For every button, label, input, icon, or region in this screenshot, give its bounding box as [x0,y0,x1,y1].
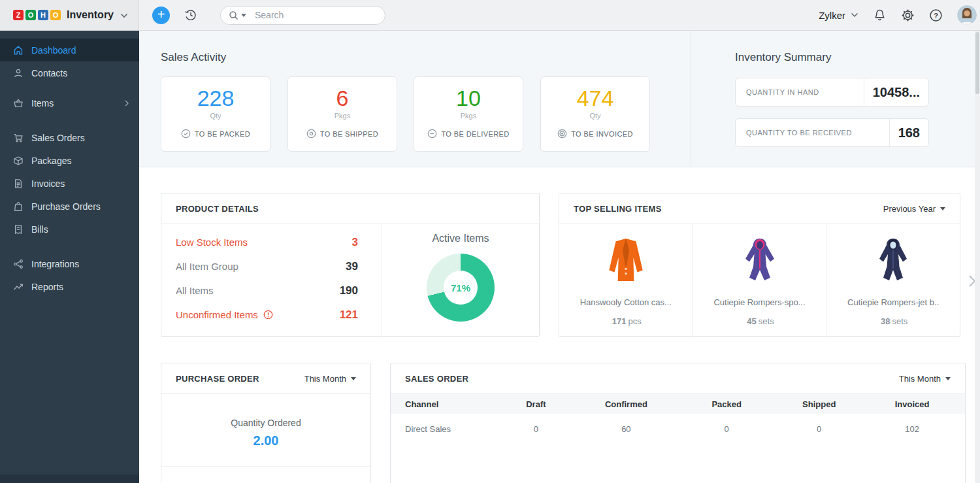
trend-chart-icon [13,282,24,292]
metric-label: Quantity Ordered [161,418,370,428]
row-label[interactable]: All Items [176,285,214,296]
page-scrollbar[interactable] [975,31,980,483]
user-avatar[interactable] [957,5,977,25]
metric-label-row: TO BE PACKED [161,129,270,139]
basket-icon [13,98,24,108]
metric-value: 6 [288,86,397,111]
inventory-summary-row-to-be-received[interactable]: QUANTITY TO BE RECEIVED 168 [735,118,929,147]
card-title: PURCHASE ORDER [176,374,259,384]
metric-value: 474 [541,86,649,111]
sales-order-header: SALES ORDER This Month [391,363,965,394]
top-bar-right: Zylker ? [819,5,977,25]
period-value: This Month [304,374,346,384]
purchase-order-body: Quantity Ordered 2.00 [161,394,370,467]
metric-label-row: TO BE DELIVERED [414,129,523,139]
sidebar-item-invoices[interactable]: Invoices [0,172,139,195]
inventory-summary-row-in-hand[interactable]: QUANTITY IN HAND 10458... [735,78,929,107]
table-cell-packed: 0 [674,424,779,434]
sidebar-item-dashboard[interactable]: Dashboard [0,39,139,61]
sidebar-footer [0,475,139,483]
product-qty: 171pcs [610,313,642,327]
sidebar-item-integrations[interactable]: Integrations [0,252,139,275]
product-qty: 45sets [745,313,774,327]
table-cell-confirmed: 60 [578,424,675,434]
person-icon [13,68,24,78]
card-title: TOP SELLING ITEMS [574,204,662,214]
metric-label: TO BE SHIPPED [320,130,378,138]
product-details-row-unconfirmed[interactable]: Unconfirmed Items 121 [176,303,358,327]
search-icon[interactable] [229,10,246,21]
recent-history-icon[interactable] [184,8,198,22]
sales-activity-card-to-be-shipped[interactable]: 6 Pkgs TO BE SHIPPED [287,76,397,152]
top-selling-item-2[interactable]: Cutiepie Rompers-spo... 45sets [693,224,827,337]
purchase-order-period-select[interactable]: This Month [304,374,356,384]
logo-letter-h: H [38,10,48,20]
hero-divider [691,31,691,167]
sidebar-item-purchase-orders[interactable]: Purchase Orders [0,195,139,218]
donut-center-label: 71% [444,271,478,305]
caret-down-icon [945,377,951,380]
table-cell-shipped: 0 [779,424,859,434]
quick-create-button[interactable]: + [152,7,170,24]
scrollbar-thumb[interactable] [975,32,979,94]
sales-order-card: SALES ORDER This Month Channel Draft Con… [390,363,966,483]
sidebar-item-packages[interactable]: Packages [0,149,139,172]
column-header: Confirmed [578,399,675,409]
sidebar-item-sales-orders[interactable]: Sales Orders [0,126,139,149]
sidebar-item-label: Packages [31,156,71,166]
settings-gear-icon[interactable] [901,8,915,22]
card-title: SALES ORDER [405,374,468,384]
search-scope-caret-icon[interactable] [241,14,246,17]
sidebar-item-label: Reports [31,282,63,292]
product-name: Hanswooly Cotton cas... [580,297,672,307]
sidebar-item-label: Contacts [31,68,67,78]
top-bar: Z O H O Inventory + Zylker [0,0,980,31]
metric-value: 10 [414,86,523,111]
sidebar-item-label: Items [31,98,54,108]
column-header: Channel [391,399,494,409]
purchase-order-header: PURCHASE ORDER This Month [161,363,370,394]
top-bar-main: + Zylker [139,0,980,30]
inventory-row-value: 10458... [864,78,928,106]
sidebar-item-bills[interactable]: Bills [0,218,139,241]
row-label-with-warning[interactable]: Unconfirmed Items [176,309,273,320]
metric-unit: Qty [161,112,270,120]
notifications-bell-icon[interactable] [873,8,887,22]
metric-label: TO BE INVOICED [571,130,633,138]
product-details-row-all-items[interactable]: All Items 190 [176,278,358,303]
sidebar-item-items[interactable]: Items [0,92,139,114]
sales-activity-card-to-be-packed[interactable]: 228 Qty TO BE PACKED [161,76,270,152]
product-details-row-low-stock[interactable]: Low Stock Items 3 [176,230,358,254]
sales-activity-card-to-be-invoiced[interactable]: 474 Qty TO BE INVOICED [540,76,650,152]
qty-unit: sets [892,316,907,326]
metric-label: TO BE DELIVERED [441,130,509,138]
row-value: 190 [340,284,358,297]
product-details-row-all-item-group[interactable]: All Item Group 39 [176,254,358,278]
row-label: Unconfirmed Items [176,309,258,320]
org-switcher[interactable]: Zylker [819,10,858,21]
row-label[interactable]: All Item Group [176,261,238,272]
logo-letter-z: Z [13,10,24,20]
product-name: Inventory [67,9,114,21]
package-icon [13,156,24,166]
active-items-chart-panel: Active Items 71% [382,224,539,337]
help-icon[interactable]: ? [929,8,943,22]
sidebar-item-reports[interactable]: Reports [0,275,139,298]
top-selling-header: TOP SELLING ITEMS Previous Year [559,193,960,224]
inventory-row-value: 168 [889,119,928,146]
row-label[interactable]: Low Stock Items [176,237,248,248]
search-container [220,6,385,25]
app-logo[interactable]: Z O H O Inventory [0,0,139,30]
sales-order-period-select[interactable]: This Month [899,374,951,384]
top-selling-item-3[interactable]: Cutiepie Rompers-jet b.. 38sets [826,224,960,337]
qty-value: 171 [612,316,627,326]
svg-text:?: ? [934,11,938,19]
sidebar-item-contacts[interactable]: Contacts [0,61,139,84]
metric-value: 2.00 [161,433,370,448]
product-details-card: PRODUCT DETAILS Low Stock Items 3 All It… [161,193,540,337]
product-details-header: PRODUCT DETAILS [161,193,539,224]
sales-activity-card-to-be-delivered[interactable]: 10 Pkgs TO BE DELIVERED [414,76,523,152]
inventory-summary-title: Inventory Summary [735,51,831,64]
top-selling-period-select[interactable]: Previous Year [883,204,945,214]
top-selling-item-1[interactable]: Hanswooly Cotton cas... 171pcs [559,224,693,337]
